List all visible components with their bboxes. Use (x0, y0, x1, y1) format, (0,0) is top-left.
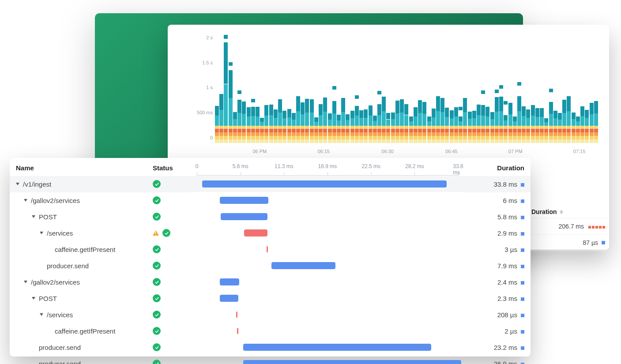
trace-waterfall-panel: Name Status 05.6 ms11.3 ms16.9 ms22.5 ms… (10, 158, 531, 356)
span-duration: 7.9 ms (497, 262, 517, 270)
success-icon (153, 213, 161, 221)
ruler-tick: 28.2 ms (405, 163, 424, 169)
trace-row[interactable]: caffeine.getIfPresent2 µs (10, 323, 531, 339)
span-bar[interactable] (236, 311, 237, 318)
trace-row[interactable]: /v1/ingest33.8 ms (10, 176, 531, 192)
success-icon (153, 343, 161, 351)
chevron-down-icon[interactable] (24, 199, 27, 202)
span-duration: 6 ms (503, 197, 517, 204)
sort-icon[interactable] (560, 210, 563, 214)
x-tick: 07:15 (573, 149, 586, 154)
duration-summary-header: Duration (531, 208, 557, 215)
span-name: /gallov2/services (31, 197, 80, 204)
span-bar[interactable] (202, 180, 447, 188)
severity-indicator (602, 241, 605, 244)
span-name: producer.send (39, 344, 81, 351)
ruler-tick: 11.3 ms (275, 163, 294, 169)
success-icon (153, 245, 161, 253)
ruler-tick: 33.8 ms (453, 163, 463, 176)
trace-row[interactable]: /gallov2/services6 ms (10, 192, 531, 209)
trace-row[interactable]: /services2.9 ms (10, 225, 531, 241)
trace-row[interactable]: POST5.8 ms (10, 209, 531, 225)
chevron-down-icon[interactable] (32, 215, 35, 218)
success-icon (153, 311, 161, 319)
chevron-down-icon[interactable] (32, 297, 35, 300)
span-bar[interactable] (220, 278, 239, 285)
duration-marker (521, 346, 524, 350)
span-bar[interactable] (244, 229, 267, 236)
chevron-down-icon[interactable] (16, 183, 19, 185)
success-icon (153, 294, 161, 302)
duration-marker (521, 314, 524, 317)
success-icon (153, 278, 161, 286)
chevron-down-icon[interactable] (24, 281, 27, 283)
span-bar[interactable] (243, 344, 431, 351)
trace-row[interactable]: producer.send23.2 ms (10, 339, 531, 356)
duration-row[interactable]: 206.7 ms (530, 218, 607, 235)
ruler-tick: 22.5 ms (361, 163, 380, 169)
x-tick: 07 PM (508, 149, 523, 154)
y-tick: 2 s (206, 35, 213, 40)
span-duration: 2.3 ms (497, 295, 517, 302)
span-name: caffeine.getIfPresent (55, 327, 115, 335)
span-duration: 2.4 ms (497, 278, 517, 286)
trace-row[interactable]: POST2.3 ms (10, 290, 531, 307)
span-bar[interactable] (237, 328, 238, 334)
span-bar[interactable] (220, 197, 268, 204)
span-name: /services (47, 229, 73, 237)
ruler-tick: 16.9 ms (318, 163, 337, 169)
trace-row[interactable]: caffeine.getIfPresent3 µs (10, 241, 531, 258)
success-icon (153, 180, 161, 188)
span-bar[interactable] (243, 360, 461, 364)
duration-marker (521, 330, 524, 334)
span-name: producer.send (47, 262, 89, 270)
span-bar[interactable] (221, 213, 267, 220)
span-name: POST (39, 213, 57, 221)
span-name: /gallov2/services (31, 278, 80, 286)
trace-row[interactable]: producer.send26.9 ms (10, 356, 531, 364)
duration-row[interactable]: 87 µs (530, 235, 607, 251)
success-icon (153, 196, 161, 204)
chevron-down-icon[interactable] (40, 232, 43, 234)
duration-marker (521, 281, 524, 285)
span-duration: 2.9 ms (497, 229, 517, 237)
y-tick: 1.5 s (202, 60, 213, 65)
x-tick: 06:30 (381, 149, 394, 154)
span-name: /v1/ingest (23, 180, 51, 188)
x-tick: 06:15 (317, 149, 330, 154)
chevron-down-icon[interactable] (40, 313, 43, 316)
y-tick: 500 ms (197, 110, 213, 115)
column-header-status[interactable]: Status (147, 158, 191, 176)
column-header-name[interactable]: Name (10, 158, 147, 176)
duration-marker (521, 248, 524, 252)
span-bar[interactable] (220, 295, 238, 302)
x-tick: 06 PM (252, 149, 267, 154)
trace-row[interactable]: /gallov2/services2.4 ms (10, 274, 531, 290)
latency-heatmap-chart[interactable]: 2 s1.5 s1 s500 ms0 06 PM06:1506:3006:450… (191, 33, 598, 154)
span-bar[interactable] (271, 262, 335, 269)
x-tick: 06:45 (445, 149, 458, 154)
span-name: producer.send (39, 360, 81, 364)
span-duration: 33.8 ms (494, 180, 517, 188)
span-bar[interactable] (267, 246, 268, 252)
duration-marker (521, 216, 524, 219)
y-tick: 0 (210, 135, 213, 140)
time-ruler: 05.6 ms11.3 ms16.9 ms22.5 ms28.2 ms33.8 … (191, 158, 464, 176)
span-name: POST (39, 295, 57, 302)
column-header-duration[interactable]: Duration (464, 158, 531, 176)
success-icon (153, 327, 161, 335)
ruler-tick: 0 (196, 163, 199, 169)
duration-marker (521, 199, 524, 203)
span-name: /services (47, 311, 73, 319)
ruler-tick: 5.6 ms (233, 163, 248, 169)
span-duration: 3 µs (504, 246, 517, 253)
success-icon (162, 229, 170, 237)
span-duration: 2 µs (504, 327, 517, 335)
span-duration: 5.8 ms (497, 213, 517, 221)
span-name: caffeine.getIfPresent (55, 246, 115, 253)
duration-marker (521, 265, 524, 268)
trace-row[interactable]: /services208 µs (10, 307, 531, 323)
duration-marker (521, 183, 524, 187)
success-icon (153, 262, 161, 270)
trace-row[interactable]: producer.send7.9 ms (10, 258, 531, 274)
